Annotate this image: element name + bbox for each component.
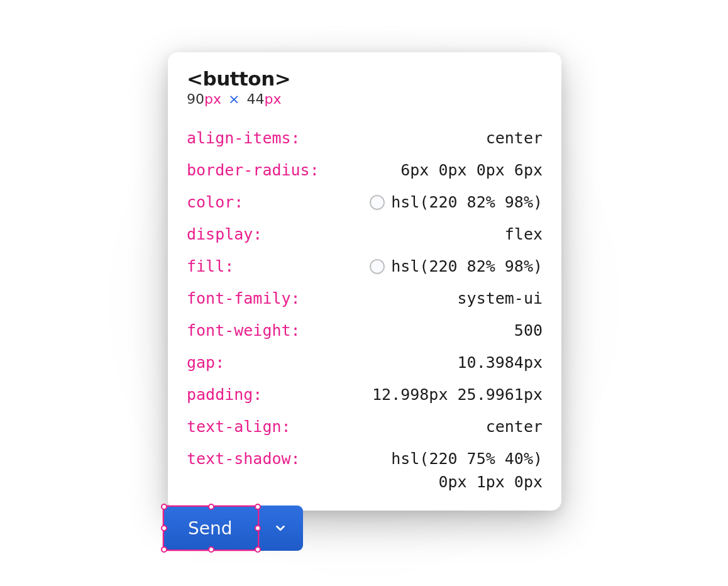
split-button-group: Send [163, 506, 303, 551]
property-name: fill: [187, 255, 234, 277]
property-name: align-items: [187, 127, 301, 149]
property-value: 6px 0px 0px 6px [400, 159, 543, 181]
property-row: color: hsl(220 82% 98%) [187, 191, 543, 213]
color-swatch-icon [370, 259, 385, 274]
property-value-text: 0px 1px 0px [438, 471, 543, 493]
property-name: text-shadow: [187, 448, 301, 470]
property-name: text-align: [187, 416, 291, 438]
inspector-tooltip: <button> 90px × 44px align-items: center… [168, 52, 561, 511]
property-name: padding: [187, 384, 262, 406]
width-value: 90 [187, 91, 204, 107]
color-swatch-icon [370, 195, 385, 210]
property-name: border-radius: [187, 159, 319, 181]
element-dimensions: 90px × 44px [187, 91, 543, 107]
property-value: flex [505, 223, 543, 245]
dimension-separator: × [228, 91, 240, 107]
property-value-text: hsl(220 82% 98%) [391, 191, 543, 213]
property-value: hsl(220 82% 98%) [370, 255, 543, 277]
property-value: 12.998px 25.9961px [372, 384, 543, 406]
property-name: display: [187, 223, 262, 245]
property-row: padding: 12.998px 25.9961px [187, 384, 543, 406]
property-value: hsl(220 75% 40%) 0px 1px 0px [391, 448, 543, 493]
chevron-down-icon [273, 521, 287, 535]
property-row: display: flex [187, 223, 543, 245]
element-tag: <button> [187, 67, 543, 90]
property-value: center [486, 127, 543, 149]
property-list: align-items: center border-radius: 6px 0… [187, 127, 543, 493]
property-row: text-shadow: hsl(220 75% 40%) 0px 1px 0p… [187, 448, 543, 493]
property-value-text: hsl(220 82% 98%) [391, 255, 543, 277]
property-value: system-ui [458, 287, 543, 309]
property-row: font-weight: 500 [187, 319, 543, 341]
property-value: 500 [514, 319, 543, 341]
property-row: fill: hsl(220 82% 98%) [187, 255, 543, 277]
height-value: 44 [246, 91, 264, 107]
property-name: color: [187, 191, 243, 213]
property-row: font-family: system-ui [187, 287, 543, 309]
property-row: gap: 10.3984px [187, 351, 543, 373]
property-value-text: hsl(220 75% 40%) [391, 448, 543, 470]
property-name: gap: [187, 351, 224, 373]
property-name: font-weight: [187, 319, 301, 341]
send-dropdown-button[interactable] [258, 506, 303, 551]
property-value: hsl(220 82% 98%) [370, 191, 543, 213]
property-row: align-items: center [187, 127, 543, 149]
send-button[interactable]: Send [163, 506, 258, 551]
property-value: center [486, 416, 543, 438]
property-value: 10.3984px [458, 351, 543, 373]
width-unit: px [204, 91, 221, 107]
property-name: font-family: [187, 287, 301, 309]
property-row: text-align: center [187, 416, 543, 438]
height-unit: px [264, 91, 281, 107]
property-row: border-radius: 6px 0px 0px 6px [187, 159, 543, 181]
